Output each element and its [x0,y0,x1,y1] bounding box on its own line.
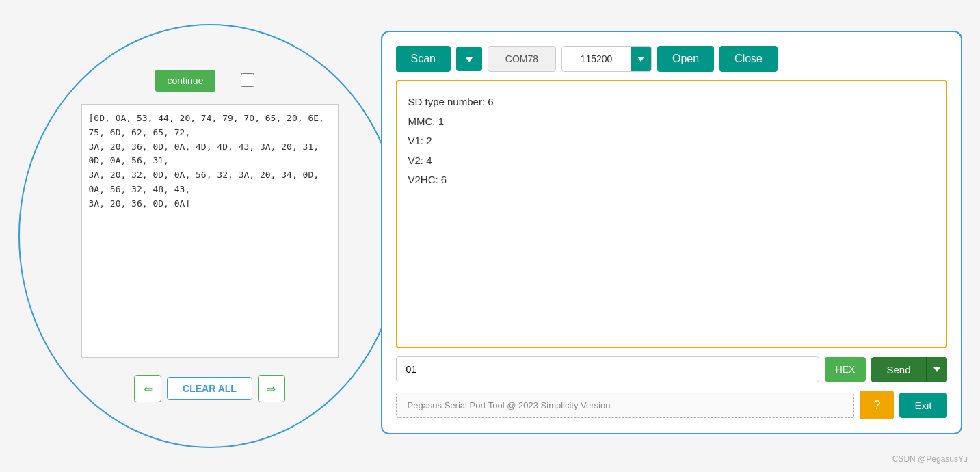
continue-button[interactable]: continue [155,70,216,92]
send-row: HEX Send [396,356,947,382]
chevron-down-icon [466,57,473,62]
hex-display: [0D, 0A, 53, 44, 20, 74, 79, 70, 65, 20,… [81,104,339,358]
output-line-4: V2: 4 [408,151,935,171]
scan-button[interactable]: Scan [396,46,451,72]
baud-chevron-icon [637,57,644,62]
right-panel: Scan Open Close SD type number: 6MMC: 1V… [381,31,962,434]
clear-all-button[interactable]: CLEAR ALL [167,377,252,400]
watermark: CSDN @PegasusYu [892,454,968,464]
send-chevron-icon [933,367,940,372]
output-line-5: V2HC: 6 [408,170,935,190]
hex-content: [0D, 0A, 53, 44, 20, 74, 79, 70, 65, 20,… [89,112,331,211]
scan-dropdown-button[interactable] [456,47,482,71]
filter-left-icon: ⇐ [144,382,153,395]
bottom-buttons: ⇐ CLEAR ALL ⇒ [134,375,285,402]
right-icon-button[interactable]: ⇒ [258,375,285,402]
status-box: Pegasus Serial Port Tool @ 2023 Simplici… [396,393,855,418]
toolbar: Scan Open Close [396,46,947,72]
send-button-group: Send [871,357,946,382]
send-input[interactable] [396,356,819,382]
left-icon-button[interactable]: ⇐ [134,375,161,402]
help-button[interactable]: ? [860,391,894,419]
output-line-3: V1: 2 [408,131,935,151]
baud-input[interactable] [562,47,631,71]
close-button[interactable]: Close [719,46,778,72]
filter-right-icon: ⇒ [267,382,276,395]
output-line-2: MMC: 1 [408,112,935,132]
left-panel: continue [0D, 0A, 53, 44, 20, 74, 79, 70… [18,24,401,448]
hex-button[interactable]: HEX [825,357,866,382]
send-button[interactable]: Send [871,357,925,382]
exit-button[interactable]: Exit [899,393,946,418]
output-line-1: SD type number: 6 [408,92,935,112]
baud-container [561,46,652,72]
main-container: continue [0D, 0A, 53, 44, 20, 74, 79, 70… [18,17,962,455]
send-dropdown-button[interactable] [926,357,947,382]
output-area: SD type number: 6MMC: 1V1: 2V2: 4V2HC: 6 [396,80,947,348]
continue-checkbox[interactable] [241,73,254,87]
help-icon: ? [873,398,880,412]
baud-dropdown-button[interactable] [631,47,651,71]
footer-row: Pegasus Serial Port Tool @ 2023 Simplici… [396,391,947,419]
port-input[interactable] [488,46,556,72]
open-button[interactable]: Open [657,46,714,72]
